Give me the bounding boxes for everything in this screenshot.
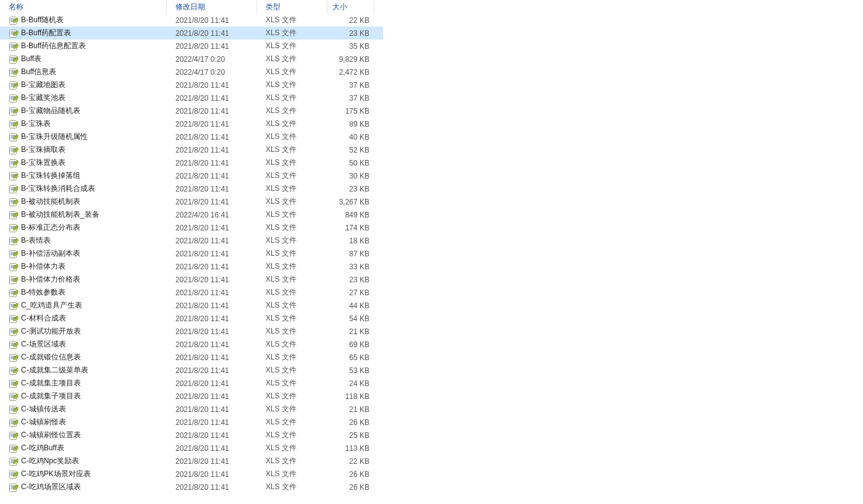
file-date-cell: 2021/8/20 11:41 (167, 353, 257, 362)
file-name-cell[interactable]: B-宝珠表 (0, 119, 167, 129)
file-name-cell[interactable]: C-吃鸡Npc奖励表 (0, 456, 167, 466)
file-name-cell[interactable]: B-标准正态分布表 (0, 222, 167, 233)
xls-file-icon (9, 301, 19, 311)
file-name-cell[interactable]: C-材料合成表 (0, 313, 167, 324)
file-row[interactable]: B-Buff药配置表2021/8/20 11:41XLS 文件23 KB (0, 27, 383, 40)
file-row[interactable]: C-成就锻位信息表2021/8/20 11:41XLS 文件65 KB (0, 351, 383, 364)
file-name-cell[interactable]: B-补偿体力表 (0, 261, 167, 272)
file-name-cell[interactable]: C-成就集二级菜单表 (0, 365, 167, 376)
file-row[interactable]: B-标准正态分布表2021/8/20 11:41XLS 文件174 KB (0, 221, 383, 234)
file-name-cell[interactable]: B-宝珠转换掉落组 (0, 170, 167, 181)
file-name-cell[interactable]: C-成就锻位信息表 (0, 352, 167, 363)
file-row[interactable]: Buff表2022/4/17 0:20XLS 文件9,829 KB (0, 52, 383, 65)
file-size-cell: 2,472 KB (327, 68, 374, 77)
file-type-cell: XLS 文件 (257, 170, 327, 181)
file-type-cell: XLS 文件 (257, 28, 327, 38)
file-name-label: B-特效参数表 (21, 287, 65, 298)
file-date-cell: 2022/4/20 16:41 (167, 211, 257, 219)
file-name-cell[interactable]: C_吃鸡道具产生表 (0, 300, 167, 311)
file-row[interactable]: C-成就集二级菜单表2021/8/20 11:41XLS 文件53 KB (0, 364, 383, 377)
file-name-cell[interactable]: B-宝珠置换表 (0, 158, 167, 168)
column-header-date[interactable]: 修改日期 (167, 0, 257, 14)
file-row[interactable]: B-宝藏物品随机表2021/8/20 11:41XLS 文件175 KB (0, 104, 383, 117)
file-name-cell[interactable]: B-宝藏物品随机表 (0, 106, 167, 116)
file-name-cell[interactable]: C-城镇刷怪表 (0, 417, 167, 427)
file-row[interactable]: B-补偿活动副本表2021/8/20 11:41XLS 文件87 KB (0, 247, 383, 260)
file-name-cell[interactable]: C-吃鸡场景区域表 (0, 482, 167, 492)
file-row[interactable]: C-吃鸡Npc奖励表2021/8/20 11:41XLS 文件22 KB (0, 455, 383, 468)
file-name-cell[interactable]: Buff表 (0, 54, 167, 64)
file-name-label: C-材料合成表 (21, 313, 66, 324)
file-name-cell[interactable]: B-补偿活动副本表 (0, 248, 167, 259)
file-name-cell[interactable]: C-成就集主项目表 (0, 378, 167, 388)
file-row[interactable]: C-城镇刷怪位置表2021/8/20 11:41XLS 文件25 KB (0, 429, 383, 442)
file-name-cell[interactable]: B-被动技能机制表_装备 (0, 209, 167, 220)
file-name-cell[interactable]: B-特效参数表 (0, 287, 167, 298)
file-name-label: B-Buff药信息配置表 (21, 41, 86, 51)
file-row[interactable]: B-被动技能机制表2021/8/20 11:41XLS 文件3,267 KB (0, 195, 383, 208)
file-name-cell[interactable]: C-测试功能开放表 (0, 326, 167, 337)
file-name-cell[interactable]: C-成就集子项目表 (0, 391, 167, 401)
xls-file-icon (9, 353, 19, 363)
file-row[interactable]: B-宝珠升级随机属性2021/8/20 11:41XLS 文件40 KB (0, 130, 383, 143)
file-row[interactable]: B-宝珠转换掉落组2021/8/20 11:41XLS 文件30 KB (0, 169, 383, 182)
file-row[interactable]: C-成就集子项目表2021/8/20 11:41XLS 文件118 KB (0, 390, 383, 403)
file-row[interactable]: B-宝珠表2021/8/20 11:41XLS 文件89 KB (0, 117, 383, 130)
file-type-cell: XLS 文件 (257, 482, 327, 492)
file-size-cell: 65 KB (327, 353, 374, 362)
file-name-cell[interactable]: B-Buff随机表 (0, 15, 167, 25)
file-name-label: C-吃鸡Npc奖励表 (21, 456, 79, 466)
column-header-type[interactable]: 类型 (257, 0, 327, 14)
file-name-cell[interactable]: C-吃鸡PK场景对应表 (0, 469, 167, 479)
file-row[interactable]: C-材料合成表2021/8/20 11:41XLS 文件54 KB (0, 312, 383, 325)
file-row[interactable]: B-补偿体力价格表2021/8/20 11:41XLS 文件23 KB (0, 273, 383, 286)
file-row[interactable]: B-表情表2021/8/20 11:41XLS 文件18 KB (0, 234, 383, 247)
file-row[interactable]: C-成就集主项目表2021/8/20 11:41XLS 文件24 KB (0, 377, 383, 390)
file-name-cell[interactable]: C-城镇刷怪位置表 (0, 430, 167, 440)
file-size-cell: 3,267 KB (327, 198, 374, 206)
file-row[interactable]: B-补偿体力表2021/8/20 11:41XLS 文件33 KB (0, 260, 383, 273)
file-size-cell: 26 KB (327, 483, 374, 492)
file-date-cell: 2021/8/20 11:41 (167, 250, 257, 258)
file-name-cell[interactable]: B-宝藏奖池表 (0, 93, 167, 103)
file-name-cell[interactable]: B-被动技能机制表 (0, 196, 167, 207)
file-date-cell: 2021/8/20 11:41 (167, 444, 257, 453)
file-name-cell[interactable]: B-宝珠摘取表 (0, 145, 167, 155)
file-row[interactable]: B-特效参数表2021/8/20 11:41XLS 文件27 KB (0, 286, 383, 299)
file-name-cell[interactable]: B-宝珠转换消耗合成表 (0, 183, 167, 194)
file-name-cell[interactable]: Buff信息表 (0, 67, 167, 77)
file-name-cell[interactable]: B-宝藏地图表 (0, 80, 167, 90)
file-name-cell[interactable]: B-宝珠升级随机属性 (0, 132, 167, 142)
file-name-cell[interactable]: C-吃鸡Buff表 (0, 443, 167, 453)
column-header-name[interactable]: 名称 (0, 0, 167, 14)
file-row[interactable]: B-宝珠置换表2021/8/20 11:41XLS 文件50 KB (0, 156, 383, 169)
file-date-cell: 2021/8/20 11:41 (167, 314, 257, 323)
file-row[interactable]: B-被动技能机制表_装备2022/4/20 16:41XLS 文件849 KB (0, 208, 383, 221)
file-row[interactable]: B-Buff随机表2021/8/20 11:41XLS 文件22 KB (0, 14, 383, 27)
file-name-cell[interactable]: B-Buff药配置表 (0, 28, 167, 38)
file-name-label: B-宝藏地图表 (21, 80, 65, 90)
file-name-cell[interactable]: C-城镇传送表 (0, 404, 167, 414)
xls-file-icon (9, 379, 19, 388)
file-row[interactable]: C-吃鸡场景区域表2021/8/20 11:41XLS 文件26 KB (0, 481, 383, 494)
file-name-cell[interactable]: C-场景区域表 (0, 339, 167, 350)
column-header-size[interactable]: 大小 (327, 0, 374, 14)
file-row[interactable]: C-城镇刷怪表2021/8/20 11:41XLS 文件26 KB (0, 416, 383, 429)
file-row[interactable]: C-测试功能开放表2021/8/20 11:41XLS 文件21 KB (0, 325, 383, 338)
file-name-cell[interactable]: B-Buff药信息配置表 (0, 41, 167, 51)
file-name-label: C-吃鸡场景区域表 (21, 482, 81, 492)
file-row[interactable]: B-宝藏奖池表2021/8/20 11:41XLS 文件37 KB (0, 91, 383, 104)
file-row[interactable]: B-宝藏地图表2021/8/20 11:41XLS 文件37 KB (0, 78, 383, 91)
file-row[interactable]: C-城镇传送表2021/8/20 11:41XLS 文件21 KB (0, 403, 383, 416)
file-row[interactable]: Buff信息表2022/4/17 0:20XLS 文件2,472 KB (0, 65, 383, 78)
file-row[interactable]: C_吃鸡道具产生表2021/8/20 11:41XLS 文件44 KB (0, 299, 383, 312)
file-name-cell[interactable]: B-表情表 (0, 235, 167, 246)
file-row[interactable]: C-吃鸡Buff表2021/8/20 11:41XLS 文件113 KB (0, 442, 383, 455)
file-row[interactable]: B-Buff药信息配置表2021/8/20 11:41XLS 文件35 KB (0, 40, 383, 52)
file-row[interactable]: C-吃鸡PK场景对应表2021/8/20 11:41XLS 文件26 KB (0, 468, 383, 481)
file-row[interactable]: C-场景区域表2021/8/20 11:41XLS 文件69 KB (0, 338, 383, 351)
file-row[interactable]: B-宝珠摘取表2021/8/20 11:41XLS 文件52 KB (0, 143, 383, 156)
file-row[interactable]: B-宝珠转换消耗合成表2021/8/20 11:41XLS 文件23 KB (0, 182, 383, 195)
file-name-cell[interactable]: B-补偿体力价格表 (0, 274, 167, 285)
file-date-cell: 2021/8/20 11:41 (167, 288, 257, 297)
